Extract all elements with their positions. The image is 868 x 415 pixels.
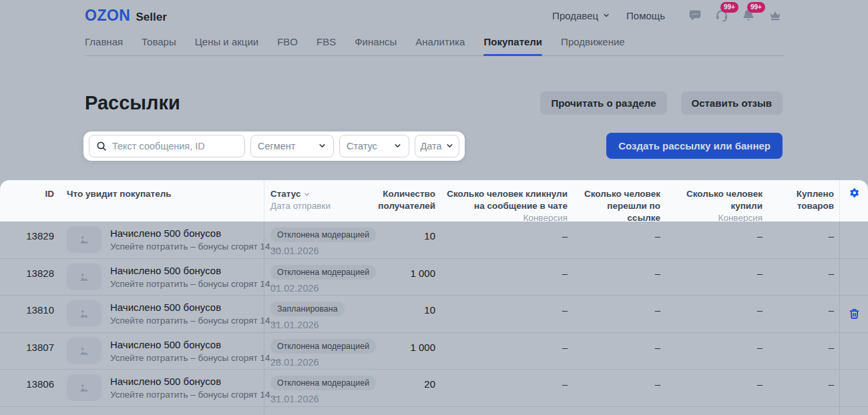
status-sort-control[interactable]: Статус (270, 188, 310, 200)
status-dropdown[interactable]: Статус (339, 135, 409, 157)
nav-tab[interactable]: Товары (142, 36, 176, 55)
header-bought-label: Сколько человек купили (666, 188, 763, 212)
recipients-count: 10 (374, 222, 441, 258)
message-thumbnail (67, 300, 101, 327)
search-field[interactable] (89, 135, 245, 157)
nav-tab[interactable]: FBS (316, 36, 336, 55)
clicked-count: – (441, 222, 573, 258)
ozon-seller-logo[interactable]: OZON Seller (85, 7, 167, 25)
logo-seller-text: Seller (136, 11, 166, 24)
table-settings-gear-icon[interactable] (848, 187, 860, 199)
clicked-count: – (441, 296, 573, 332)
chevron-down-icon (318, 141, 327, 150)
image-placeholder-icon (78, 234, 90, 246)
header-followed-label: Сколько человек перешли по ссылке (573, 188, 660, 225)
recipients-count: 1 000 (374, 333, 441, 370)
seller-menu[interactable]: Продавец (552, 10, 610, 21)
support-headset-icon[interactable]: 99+ (714, 8, 729, 23)
bought-count: – (666, 296, 768, 332)
image-placeholder-icon (78, 271, 90, 283)
mailings-table: ID Что увидит покупатель Статус Дата отп… (0, 180, 868, 415)
status-badge: Отклонена модерацией (270, 228, 376, 242)
notifications-bell-icon[interactable]: 99+ (741, 8, 756, 23)
row-status: Отклонена модерацией 31.01.2026 (264, 370, 374, 406)
message-subtitle: Успейте потратить – бонусы сгорят 14.... (110, 316, 280, 326)
support-count-badge: 99+ (720, 2, 738, 13)
header-clicked-label: Сколько человек кликнули на сообщение в … (441, 188, 568, 212)
bought-count: – (666, 333, 768, 370)
message-thumbnail (67, 374, 101, 401)
status-badge: Отклонена модерацией (270, 265, 376, 280)
row-status: Запланирована 31.01.2026 (264, 296, 374, 332)
date-dropdown[interactable]: Дата (415, 135, 459, 157)
chevron-down-icon (445, 141, 454, 150)
chat-icon[interactable] (688, 8, 702, 23)
help-label: Помощь (626, 10, 665, 21)
status-dropdown-label: Статус (347, 141, 377, 151)
nav-tab-label: Цены и акции (195, 36, 258, 47)
table-row[interactable]: 13807 Начислено 500 бонусов Успейте потр… (0, 333, 868, 370)
nav-tab[interactable]: Финансы (355, 36, 397, 55)
clicked-count: – (441, 333, 573, 370)
status-badge: Отклонена модерацией (270, 376, 376, 390)
help-link[interactable]: Помощь (626, 10, 665, 21)
header-send-date: Дата отправки (270, 200, 374, 212)
nav-tab[interactable]: FBO (277, 36, 298, 55)
nav-tab-label: Главная (85, 36, 123, 47)
nav-tab-label: Продвижение (561, 36, 625, 47)
seller-menu-label: Продавец (552, 10, 598, 21)
clicked-count: – (441, 370, 573, 406)
delete-mailing-trash-icon[interactable] (849, 308, 860, 320)
items-count: – (768, 296, 839, 332)
followed-count: – (573, 370, 666, 406)
table-row[interactable]: 13810 Начислено 500 бонусов Успейте потр… (0, 296, 868, 333)
row-id: 13806 (0, 370, 60, 406)
row-status: Отклонена модерацией 30.01.2026 (264, 222, 374, 258)
row-id: 13828 (0, 259, 60, 296)
row-actions (839, 333, 868, 370)
nav-tab[interactable]: Цены и акции (195, 36, 258, 55)
nav-tab-label: FBO (277, 36, 298, 47)
row-status: Отклонена модерацией 01.02.2026 (264, 259, 374, 296)
chevron-down-icon (602, 11, 610, 19)
table-row[interactable]: 13829 Начислено 500 бонусов Успейте потр… (0, 222, 868, 259)
head-buttons: Прочитать о разделе Оставить отзыв (540, 91, 783, 115)
sort-chevron-icon (303, 191, 310, 198)
create-mailing-button[interactable]: Создать рассылку или баннер (606, 133, 783, 159)
read-section-button[interactable]: Прочитать о разделе (540, 91, 666, 115)
row-preview: Начислено 500 бонусов Успейте потратить … (60, 296, 264, 332)
followed-count: – (573, 259, 666, 296)
nav-tab[interactable]: Продвижение (561, 36, 625, 55)
followed-count: – (573, 222, 666, 258)
message-thumbnail (67, 226, 101, 253)
page-head: Рассылки Прочитать о разделе Оставить от… (85, 91, 783, 114)
message-title: Начислено 500 бонусов (110, 376, 280, 387)
feedback-button[interactable]: Оставить отзыв (681, 91, 783, 115)
row-actions (839, 259, 868, 296)
recipients-count: 10 (374, 296, 441, 332)
search-input[interactable] (112, 141, 238, 151)
nav-tab-label: Финансы (355, 36, 397, 47)
items-count: – (768, 370, 839, 406)
followed-count: – (573, 296, 666, 332)
row-preview: Начислено 500 бонусов Успейте потратить … (60, 333, 264, 370)
segment-dropdown[interactable]: Сегмент (250, 135, 334, 157)
message-title: Начислено 500 бонусов (110, 228, 280, 239)
table-row[interactable]: 13828 Начислено 500 бонусов Успейте потр… (0, 259, 868, 296)
image-placeholder-icon (78, 345, 90, 357)
table-row[interactable]: 13806 Начислено 500 бонусов Успейте потр… (0, 370, 868, 407)
message-title: Начислено 500 бонусов (110, 302, 280, 313)
message-subtitle: Успейте потратить – бонусы сгорят 14.... (110, 242, 280, 252)
search-icon (96, 141, 107, 151)
date-dropdown-label: Дата (420, 141, 441, 151)
items-count: – (768, 222, 839, 258)
message-title: Начислено 500 бонусов (110, 265, 280, 276)
premium-crown-icon[interactable] (768, 8, 783, 23)
nav-tab[interactable]: Покупатели (483, 36, 542, 55)
notifications-count-badge: 99+ (747, 2, 765, 13)
row-preview: Начислено 500 бонусов Успейте потратить … (60, 259, 264, 296)
nav-tab[interactable]: Главная (85, 36, 123, 55)
recipients-count: 1 000 (374, 259, 441, 296)
row-preview: Начислено 500 бонусов Успейте потратить … (60, 370, 264, 406)
nav-tab[interactable]: Аналитика (415, 36, 465, 55)
